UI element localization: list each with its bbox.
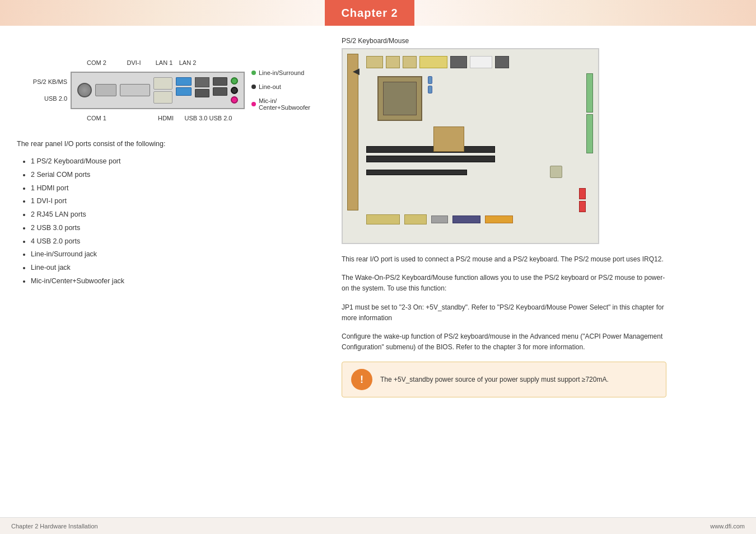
label-hdmi: HDMI — [148, 115, 184, 121]
feature-item-5: 2 RJ45 LAN ports — [31, 208, 314, 222]
line-in-text: Line-in/Surround — [259, 69, 304, 76]
lan2-port — [153, 91, 172, 104]
mb-pcie-1 — [366, 146, 495, 153]
mb-top-row: ◄ — [347, 54, 596, 233]
audio-column — [231, 77, 238, 104]
dvi-port — [120, 84, 150, 96]
description-intro: The rear panel I/O ports consist of the … — [17, 138, 314, 149]
dvi-column — [120, 77, 150, 104]
lan1-port — [153, 77, 172, 90]
mb-cap-2 — [428, 86, 432, 93]
top-labels: COM 2 DVI-I LAN 1 LAN 2 — [81, 59, 314, 66]
mb-pcie-slots — [366, 146, 495, 175]
mb-connector-4 — [452, 216, 480, 223]
mb-connector-1 — [366, 214, 400, 224]
audio-mic-in — [231, 96, 238, 104]
label-usb20-bottom: USB 2.0 — [208, 115, 233, 121]
hdmi-port — [195, 77, 209, 87]
mb-pcie-3 — [366, 170, 467, 175]
left-port-labels: PS/2 KB/MS USB 2.0 — [17, 78, 67, 102]
info-section: This rear I/O port is used to connect a … — [342, 254, 666, 353]
label-usb20-left: USB 2.0 — [17, 95, 67, 102]
com2-port — [95, 84, 116, 96]
mb-arrow: ◄ — [351, 65, 362, 78]
mb-connector-2 — [404, 214, 427, 224]
header-right-decoration — [414, 0, 756, 26]
footer: Chapter 2 Hardware Installation www.dfi.… — [0, 517, 756, 534]
io-diagram-area: COM 2 DVI-I LAN 1 LAN 2 PS/2 KB/MS USB 2… — [17, 59, 314, 121]
line-in-label: Line-in/Surround — [251, 69, 310, 76]
feature-item-4: 1 DVI-I port — [31, 195, 314, 208]
label-lan2: LAN 2 — [177, 59, 198, 66]
feature-item-8: Line-in/Surround jack — [31, 248, 314, 261]
feature-list: 1 PS/2 Keyboard/Mouse port 2 Serial COM … — [31, 155, 314, 288]
mb-sata — [579, 188, 586, 212]
mb-ram-slot-1 — [586, 73, 593, 113]
line-out-text: Line-out — [259, 83, 281, 90]
label-usb30: USB 3.0 — [184, 115, 208, 121]
info-para-3: JP1 must be set to "2-3 On: +5V_standby"… — [342, 302, 666, 324]
warning-icon: ! — [351, 369, 372, 390]
feature-item-6: 2 USB 3.0 ports — [31, 222, 314, 235]
label-ps2: PS/2 KB/MS — [17, 78, 67, 85]
feature-item-7: 4 USB 2.0 ports — [31, 235, 314, 249]
mic-in-dot — [251, 102, 256, 106]
mb-chip-5 — [450, 56, 467, 68]
ps2-column — [77, 77, 92, 104]
info-para-1: This rear I/O port is used to connect a … — [342, 254, 666, 265]
feature-item-10: Mic-in/Center+Subwoofer jack — [31, 275, 314, 288]
mb-cpu — [383, 82, 417, 115]
ps2-port — [77, 83, 92, 97]
feature-item-1: 1 PS/2 Keyboard/Mouse port — [31, 155, 314, 168]
mb-connector-5 — [485, 216, 513, 223]
feature-item-9: Line-out jack — [31, 261, 314, 275]
mb-chip-2 — [386, 56, 400, 68]
mb-bottom-row — [366, 214, 513, 224]
feature-item-3: 1 HDMI port — [31, 182, 314, 195]
audio-line-out — [231, 87, 238, 94]
lan-column — [153, 77, 172, 104]
label-com1: COM 1 — [81, 115, 112, 121]
mb-sata-2 — [579, 201, 586, 212]
mic-in-label: Mic-in/Center+Subwoofer — [251, 97, 310, 111]
left-panel: COM 2 DVI-I LAN 1 LAN 2 PS/2 KB/MS USB 2… — [0, 26, 330, 517]
mic-in-text: Mic-in/Center+Subwoofer — [259, 97, 310, 111]
mb-diagram: ◄ — [342, 48, 599, 244]
footer-left: Chapter 2 Hardware Installation — [11, 523, 98, 530]
description-section: The rear panel I/O ports consist of the … — [17, 138, 314, 288]
header-left-decoration — [0, 0, 325, 26]
line-out-label: Line-out — [251, 83, 310, 90]
mb-top-chips — [366, 56, 509, 68]
mb-cpu-socket — [377, 76, 422, 121]
main-content: COM 2 DVI-I LAN 1 LAN 2 PS/2 KB/MS USB 2… — [0, 26, 756, 517]
usb20-extra-column — [213, 77, 227, 104]
hdmi-usb-column — [195, 77, 209, 104]
usb30-column — [176, 77, 192, 104]
mb-pcie-2 — [366, 156, 495, 162]
warning-box: ! The +5V_standby power source of your p… — [342, 362, 666, 397]
usb30-port-1 — [176, 77, 192, 86]
mb-chip-7 — [495, 56, 509, 68]
mb-chip-6 — [470, 56, 492, 68]
mb-connector-3 — [431, 216, 448, 223]
usb20-port-2 — [213, 77, 227, 86]
com2-column — [95, 77, 116, 104]
mb-cap-1 — [428, 76, 432, 84]
line-out-dot — [251, 85, 256, 89]
mb-ram-slots — [586, 73, 593, 153]
bottom-labels: COM 1 HDMI USB 3.0 USB 2.0 — [81, 115, 314, 121]
info-para-2: The Wake-On-PS/2 Keyboard/Mouse function… — [342, 273, 666, 294]
mb-chip-3 — [403, 56, 417, 68]
usb20-port-1 — [195, 89, 209, 97]
audio-line-in — [231, 77, 238, 85]
feature-item-2: 2 Serial COM ports — [31, 168, 314, 182]
mb-diagram-label: PS/2 Keyboard/Mouse — [342, 37, 742, 45]
label-lan1: LAN 1 — [153, 59, 175, 66]
warning-text: The +5V_standby power source of your pow… — [380, 376, 609, 383]
footer-right: www.dfi.com — [710, 523, 745, 530]
mb-battery — [550, 166, 562, 178]
mb-chip-1 — [366, 56, 383, 68]
mb-chipset — [433, 127, 464, 152]
label-dvii: DVI-I — [116, 59, 151, 66]
io-panel-drawing — [71, 72, 245, 109]
